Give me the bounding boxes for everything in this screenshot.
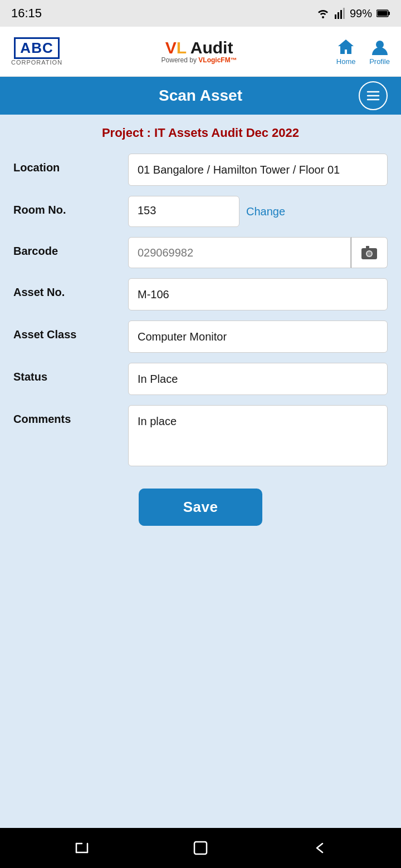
svg-rect-2 bbox=[338, 12, 339, 19]
svg-rect-3 bbox=[340, 10, 342, 19]
bottom-nav bbox=[0, 828, 401, 868]
abc-logo-sub: CORPORATION bbox=[11, 59, 62, 66]
comments-value[interactable]: In place bbox=[128, 405, 388, 466]
content-area: Project : IT Assets Audit Dec 2022 Locat… bbox=[0, 115, 401, 828]
page-title: Scan Asset bbox=[42, 87, 359, 105]
status-value: In Place bbox=[128, 363, 388, 395]
camera-icon bbox=[360, 244, 378, 262]
svg-point-14 bbox=[367, 251, 371, 256]
abc-logo-text: ABC bbox=[14, 37, 59, 59]
svg-rect-6 bbox=[388, 12, 390, 15]
room-label: Room No. bbox=[13, 196, 119, 217]
project-title: Project : IT Assets Audit Dec 2022 bbox=[13, 126, 388, 140]
asset-no-label: Asset No. bbox=[13, 278, 119, 299]
home-nav-item[interactable]: Home bbox=[336, 37, 356, 66]
location-row: Location 01 Bangalore / Hamilton Tower /… bbox=[13, 154, 388, 186]
time: 16:15 bbox=[11, 6, 42, 21]
barcode-row: Barcode bbox=[13, 237, 388, 268]
save-button[interactable]: Save bbox=[139, 489, 263, 526]
comments-row: Comments In place bbox=[13, 405, 388, 466]
header-nav: Home Profile bbox=[336, 37, 390, 66]
svg-point-0 bbox=[322, 16, 324, 18]
barcode-label: Barcode bbox=[13, 237, 119, 258]
top-bar: Scan Asset bbox=[0, 77, 401, 115]
svg-rect-4 bbox=[343, 8, 345, 19]
status-label: Status bbox=[13, 363, 119, 384]
status-bar: 16:15 99% bbox=[0, 0, 401, 27]
home-icon bbox=[336, 37, 356, 57]
battery-icon bbox=[376, 9, 390, 18]
svg-rect-15 bbox=[366, 246, 369, 248]
comments-label: Comments bbox=[13, 405, 119, 426]
vlogic-sub-text: Powered by VLogicFM™ bbox=[162, 56, 237, 64]
save-container: Save bbox=[13, 489, 388, 526]
back-icon bbox=[73, 839, 91, 857]
barcode-input[interactable] bbox=[128, 237, 351, 268]
room-row: Room No. 153 Change bbox=[13, 196, 388, 227]
abc-logo: ABC CORPORATION bbox=[11, 37, 62, 66]
profile-nav-item[interactable]: Profile bbox=[369, 37, 390, 66]
forward-nav-button[interactable] bbox=[310, 839, 328, 857]
asset-class-label: Asset Class bbox=[13, 320, 119, 342]
menu-icon bbox=[365, 88, 381, 103]
asset-no-value: M-106 bbox=[128, 278, 388, 310]
status-icons: 99% bbox=[316, 7, 390, 20]
asset-class-value: Computer Monitor bbox=[128, 320, 388, 353]
change-button[interactable]: Change bbox=[246, 205, 285, 218]
status-row: Status In Place bbox=[13, 363, 388, 395]
camera-button[interactable] bbox=[351, 237, 388, 268]
svg-rect-1 bbox=[335, 14, 336, 19]
battery-text: 99% bbox=[350, 7, 372, 20]
forward-icon bbox=[310, 839, 328, 857]
vlogic-main-text: VL Audit bbox=[165, 40, 233, 56]
asset-class-row: Asset Class Computer Monitor bbox=[13, 320, 388, 353]
profile-icon bbox=[370, 37, 390, 57]
svg-point-8 bbox=[376, 41, 384, 48]
svg-rect-7 bbox=[378, 11, 388, 16]
asset-no-row: Asset No. M-106 bbox=[13, 278, 388, 310]
square-icon bbox=[192, 839, 209, 857]
form-section: Location 01 Bangalore / Hamilton Tower /… bbox=[13, 154, 388, 466]
location-label: Location bbox=[13, 154, 119, 175]
header: ABC CORPORATION VL Audit Powered by VLog… bbox=[0, 27, 401, 77]
wifi-icon bbox=[316, 8, 330, 19]
home-label: Home bbox=[336, 57, 356, 66]
profile-label: Profile bbox=[369, 57, 390, 66]
svg-rect-20 bbox=[194, 842, 207, 854]
home-nav-button[interactable] bbox=[192, 839, 209, 857]
back-nav-button[interactable] bbox=[73, 839, 91, 857]
location-value: 01 Bangalore / Hamilton Tower / Floor 01 bbox=[128, 154, 388, 186]
menu-button[interactable] bbox=[359, 81, 388, 110]
vlogic-logo: VL Audit Powered by VLogicFM™ bbox=[162, 40, 237, 64]
signal-icon bbox=[334, 8, 345, 19]
room-value: 153 bbox=[128, 196, 239, 227]
